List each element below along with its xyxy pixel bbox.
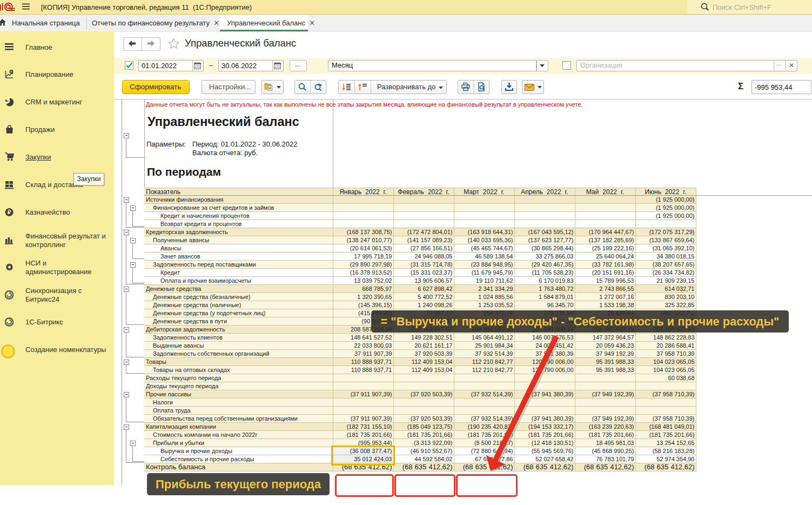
svg-text:P: P bbox=[10, 70, 12, 73]
svg-text:₽: ₽ bbox=[8, 209, 11, 215]
